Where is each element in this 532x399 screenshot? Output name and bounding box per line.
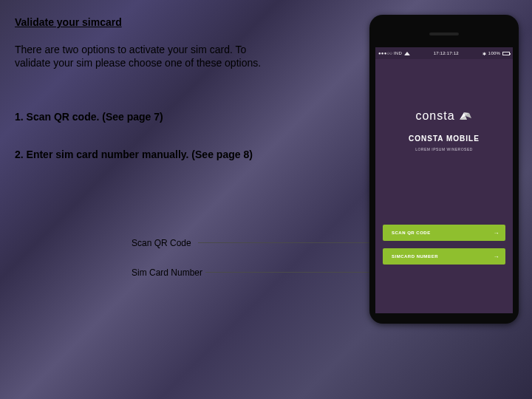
brand-text: consta xyxy=(415,109,454,123)
brand-block: consta xyxy=(375,109,513,123)
phone-frame: ●●●○○ IND 17:12:17:12 ✱ 100% consta xyxy=(369,15,519,324)
callout-scan-qr: Scan QR Code xyxy=(132,238,191,248)
phone-screen: ●●●○○ IND 17:12:17:12 ✱ 100% consta xyxy=(375,47,513,313)
status-bar: ●●●○○ IND 17:12:17:12 ✱ 100% xyxy=(375,47,513,59)
carrier-text: ●●●○○ IND xyxy=(378,51,402,55)
callout-sim-number: Sim Card Number xyxy=(132,267,202,278)
simcard-number-button[interactable]: SIMCARD NUMBER → xyxy=(383,248,505,265)
sub-brand: CONSTA MOBILE xyxy=(375,134,513,143)
brand-origami-icon xyxy=(458,111,473,121)
wifi-icon xyxy=(404,52,410,55)
option-2: 2. Enter sim card number manually. (See … xyxy=(15,148,281,161)
tagline: LOREM IPSUM WINEROSED xyxy=(375,147,513,151)
slide-title: Validate your simcard xyxy=(15,16,122,28)
arrow-right-icon: → xyxy=(494,253,500,260)
arrow-right-icon: → xyxy=(494,230,500,236)
intro-text: There are two options to activate your s… xyxy=(15,43,281,69)
option-1: 1. Scan QR code. (See page 7) xyxy=(15,111,281,123)
status-right: ✱ 100% xyxy=(482,51,510,56)
phone-buttons: SCAN QR CODE → SIMCARD NUMBER → xyxy=(383,225,505,272)
slide: Validate your simcard There are two opti… xyxy=(0,0,532,399)
status-left: ●●●○○ IND xyxy=(378,51,410,55)
status-time: 17:12:17:12 xyxy=(434,51,459,55)
battery-pct: 100% xyxy=(488,51,500,55)
battery-icon xyxy=(502,52,510,55)
phone-speaker xyxy=(429,33,459,35)
simcard-number-label: SIMCARD NUMBER xyxy=(392,254,438,259)
bluetooth-icon: ✱ xyxy=(482,51,486,56)
scan-qr-button[interactable]: SCAN QR CODE → xyxy=(383,225,505,241)
scan-qr-label: SCAN QR CODE xyxy=(392,231,431,235)
